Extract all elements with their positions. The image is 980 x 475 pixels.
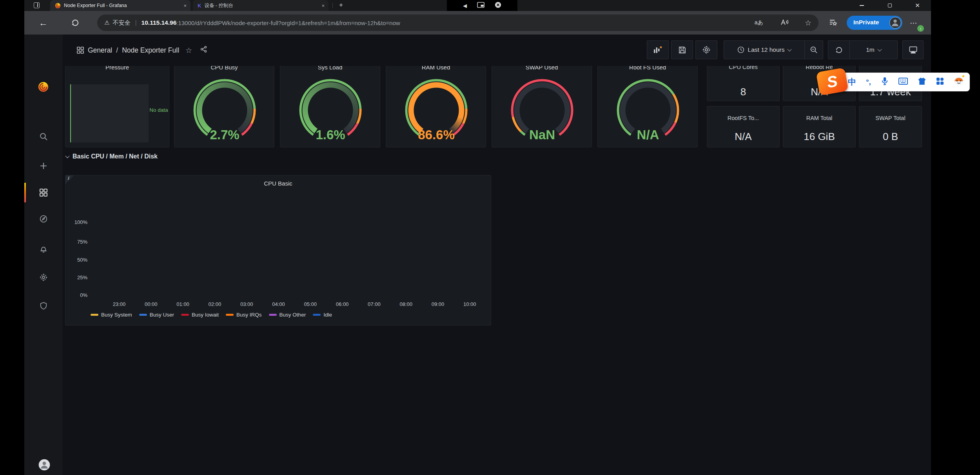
new-tab-button[interactable]: + [337,1,345,9]
back-button[interactable]: ← [35,15,51,31]
panel-title[interactable]: Sys Load [280,66,380,71]
panel-title[interactable]: SWAP Used [492,66,592,71]
legend-item[interactable]: Idle [313,312,332,318]
cpu-basic-chart-canvas[interactable] [90,208,488,295]
user-avatar[interactable] [38,459,50,471]
panel-title[interactable]: CPU Basic [65,180,491,187]
security-warning-label[interactable]: 不安全 [113,19,130,27]
maximize-button[interactable] [876,0,904,11]
gauge: 86.6% [405,79,468,142]
sogou-skin-icon[interactable] [918,77,926,87]
legend-label: Busy IRQs [236,312,262,318]
grafana-logo[interactable] [38,82,49,92]
legend-item[interactable]: Busy User [139,312,174,318]
breadcrumb-separator: / [116,46,118,55]
x-axis-label: 03:00 [240,301,253,307]
star-dashboard-icon[interactable]: ☆ [185,46,192,55]
refresh-picker[interactable]: 1m [828,40,898,59]
save-dashboard-button[interactable] [671,40,693,59]
time-range-picker[interactable]: Last 12 hours [724,40,823,59]
read-aloud-icon[interactable] [780,19,788,27]
security-warning-icon[interactable]: ⚠ [104,19,109,26]
update-available-badge[interactable]: ↑ [917,25,924,32]
gauge-value: 1.6% [299,127,362,142]
section-title[interactable]: Basic CPU / Mem / Net / Disk [73,153,158,160]
sidebar-item-search[interactable] [39,132,48,141]
panel-title[interactable]: RootFS To... [707,115,779,121]
legend-label: Busy Other [279,312,306,318]
tab-console[interactable]: K 设备 - 控制台 × [193,0,328,11]
sogou-voice-icon[interactable] [881,77,889,87]
refresh-dashboard-button[interactable] [828,46,849,54]
sidebar-item-create[interactable] [39,162,48,170]
sidebar-item-server-admin[interactable] [39,302,48,310]
address-bar[interactable]: ⚠ 不安全 | 10.115.14.96 :13000/d/rYdddlPWk/… [97,15,818,31]
favorite-star-icon[interactable]: ☆ [805,18,811,27]
breadcrumb-folder[interactable]: General [88,46,112,55]
x-axis-label: 05:00 [304,301,317,307]
dashboard-settings-button[interactable] [695,40,717,59]
sogou-chinese-mode-icon[interactable]: 中 [848,76,856,87]
inprivate-badge[interactable]: InPrivate [847,16,902,30]
panel-title[interactable]: SWAP Total [859,115,922,121]
sidebar-item-dashboards[interactable] [39,188,48,197]
panel-cpu-busy: CPU Busy2.7% [174,66,274,147]
tab-workspaces-icon[interactable] [34,2,40,8]
refresh-interval-dropdown[interactable]: 1m [850,46,897,53]
section-collapse-icon[interactable] [65,154,69,158]
sogou-logo[interactable]: S [816,67,848,96]
previous-track-icon[interactable]: ◀ [463,3,467,9]
no-data-label: No data [148,107,170,113]
url-path: :13000/d/rYdddlPWk/node-exporter-full?or… [176,20,400,26]
section-row-basic[interactable]: Basic CPU / Mem / Net / Disk [66,151,158,162]
gauge: 1.6% [299,79,362,142]
picture-in-picture-icon[interactable] [477,2,485,9]
tab-close-icon[interactable]: × [321,3,325,9]
minimize-button[interactable] [848,0,876,11]
zoom-out-button[interactable] [805,46,823,54]
legend-swatch [313,314,321,316]
gauge-value: 2.7% [193,127,256,142]
share-icon[interactable] [200,45,207,55]
dismiss-media-icon[interactable] [495,2,501,10]
profile-avatar[interactable] [889,17,901,29]
refresh-button[interactable] [67,15,83,31]
sidebar-item-alerting[interactable] [39,245,48,253]
favorites-bar-icon[interactable] [829,18,838,27]
legend-item[interactable]: Busy Other [269,312,306,318]
legend-item[interactable]: Busy IRQs [226,312,262,318]
x-axis-label: 02:00 [209,301,221,307]
panel-title[interactable]: RAM Total [783,115,855,121]
close-button[interactable]: ✕ [904,0,931,11]
sidebar-item-configuration[interactable] [39,273,48,282]
sidebar-item-explore[interactable] [39,215,48,223]
x-axis-label: 04:00 [272,301,285,307]
sogou-keyboard-icon[interactable] [898,78,908,86]
add-panel-button[interactable] [647,40,669,59]
sogou-punctuation-icon[interactable]: °, [866,78,871,86]
legend-item[interactable]: Busy System [91,312,132,318]
panel-title[interactable]: Pressure [65,66,169,71]
panel-title[interactable]: CPU Cores [707,66,779,70]
sogou-assistant-icon[interactable]: ✦ [954,76,964,88]
kiosk-mode-button[interactable] [902,40,924,59]
tab-divider [332,3,333,8]
panel-title[interactable]: Root FS Used [598,66,697,71]
inprivate-label: InPrivate [853,19,879,26]
panel-title[interactable]: Reboot Re [783,66,855,70]
stat-value: N/A [707,131,779,143]
translate-icon[interactable]: aあ [755,19,763,26]
screen: Node Exporter Full - Grafana × K 设备 - 控制… [0,0,980,475]
panel-title[interactable]: CPU Busy [174,66,274,71]
panel-pressure: Pressure No data [65,66,169,147]
x-axis-label: 08:00 [399,301,412,307]
tab-close-icon[interactable]: × [183,3,187,9]
legend-item[interactable]: Busy Iowait [181,312,219,318]
tab-node-exporter[interactable]: Node Exporter Full - Grafana × [50,0,191,11]
sogou-toolbox-icon[interactable] [936,77,944,87]
panel-title[interactable]: RAM Used [386,66,486,71]
dashboard-scroll-area[interactable]: Pressure No data Basic CPU / Mem / Net /… [63,66,925,475]
clock-icon [737,46,744,53]
sogou-toolbar[interactable]: 中 °, ✦ [826,73,970,91]
grafana-favicon-icon [55,3,61,9]
